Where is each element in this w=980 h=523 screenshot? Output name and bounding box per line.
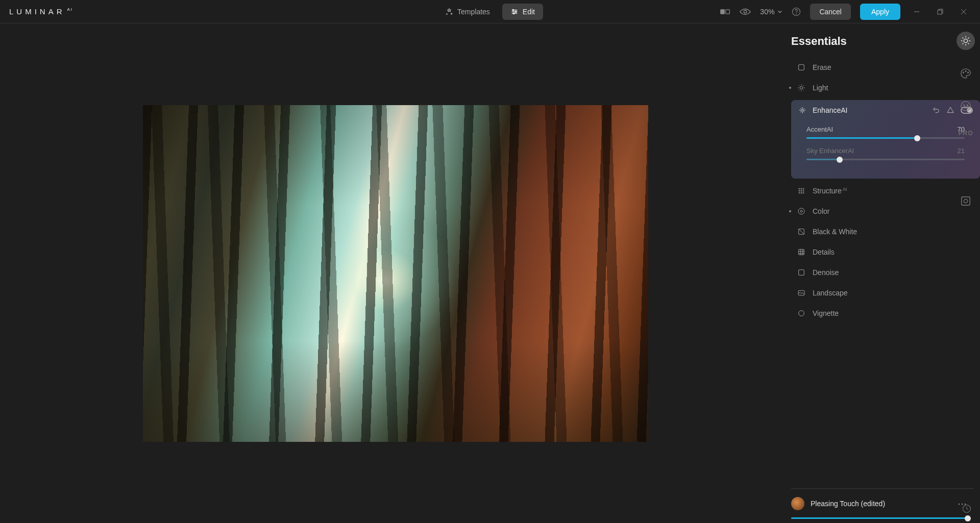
window-minimize[interactable] [910, 7, 924, 17]
svg-line-64 [968, 43, 969, 44]
svg-point-48 [800, 210, 802, 212]
top-right-controls: 30% Cancel Apply [720, 4, 971, 20]
window-close[interactable] [957, 7, 971, 17]
svg-point-42 [801, 190, 802, 191]
svg-line-33 [803, 111, 804, 112]
enhance-icon [798, 106, 806, 114]
history-icon[interactable] [962, 504, 972, 514]
category-rail: PRO [951, 23, 980, 210]
ai-badge: AI [841, 106, 847, 114]
accent-slider[interactable] [806, 137, 965, 139]
tool-label: Vignette [813, 309, 839, 317]
svg-point-12 [796, 13, 797, 14]
cancel-button[interactable]: Cancel [810, 4, 851, 20]
svg-line-63 [963, 38, 964, 39]
tool-label: Landscape [813, 289, 848, 297]
tool-label: Denoise [813, 268, 839, 277]
svg-point-67 [963, 72, 964, 73]
tool-label: Erase [813, 63, 831, 71]
svg-point-38 [799, 188, 800, 189]
bw-icon [797, 228, 805, 236]
tool-label: Color [813, 207, 829, 215]
svg-line-35 [803, 108, 804, 109]
svg-point-70 [961, 102, 970, 111]
apply-button[interactable]: Apply [860, 4, 900, 20]
svg-point-74 [964, 199, 967, 203]
svg-point-58 [964, 39, 967, 42]
accent-label: Accent [806, 126, 827, 133]
logo-ai-badge: AI [67, 7, 74, 12]
eye-icon[interactable] [740, 8, 751, 16]
svg-line-65 [963, 43, 964, 44]
rail-portrait-icon[interactable] [957, 97, 975, 115]
mode-tabs: Templates Edit [437, 4, 543, 20]
svg-rect-9 [726, 9, 730, 13]
svg-line-25 [799, 89, 799, 90]
ai-badge: AI [843, 187, 847, 192]
rail-essentials-icon[interactable] [957, 32, 975, 50]
svg-point-0 [447, 14, 447, 14]
svg-line-32 [800, 108, 801, 109]
modified-dot [789, 210, 791, 212]
sky-slider[interactable] [806, 159, 965, 160]
svg-point-41 [799, 190, 800, 191]
tool-details[interactable]: Details [791, 242, 980, 262]
rail-creative-icon[interactable] [957, 64, 975, 83]
window-maximize[interactable] [933, 7, 947, 17]
svg-point-10 [744, 10, 747, 13]
ai-badge: AI [827, 126, 833, 133]
preset-name[interactable]: Pleasing Touch (edited) [811, 500, 951, 508]
structure-icon [797, 187, 805, 195]
svg-rect-55 [799, 270, 804, 276]
svg-point-18 [800, 86, 802, 89]
templates-tab[interactable]: Templates [437, 4, 498, 20]
svg-line-66 [968, 38, 969, 39]
preset-bar: Pleasing Touch (edited) ⋯ [791, 488, 974, 523]
svg-point-47 [798, 208, 804, 214]
undo-icon[interactable] [932, 106, 940, 114]
sky-slider-thumb[interactable] [837, 157, 843, 163]
tool-denoise[interactable]: Denoise [791, 262, 980, 283]
svg-line-34 [800, 111, 801, 112]
logo-text: LUMINAR [9, 7, 65, 16]
accent-slider-group: AccentAI 70 [806, 126, 965, 139]
tool-bw[interactable]: Black & White [791, 221, 980, 242]
svg-point-27 [801, 109, 803, 111]
top-bar: LUMINARAI Templates Edit 30% [0, 0, 980, 23]
svg-point-39 [801, 188, 802, 189]
svg-point-6 [515, 11, 517, 12]
enhance-label: Enhance [813, 106, 841, 114]
sliders-icon [510, 8, 519, 16]
tool-label: Light [813, 84, 828, 92]
preset-amount-slider[interactable] [791, 517, 968, 519]
svg-point-46 [803, 192, 804, 193]
preset-thumbnail[interactable] [791, 497, 804, 510]
zoom-dropdown[interactable]: 30% [760, 8, 782, 16]
tool-landscape[interactable]: Landscape [791, 283, 980, 303]
help-icon[interactable] [792, 7, 801, 16]
tool-label: Structure [813, 187, 842, 195]
vignette-icon [797, 309, 805, 317]
chevron-down-icon [777, 9, 782, 14]
templates-label: Templates [457, 8, 490, 16]
compare-icon[interactable] [720, 8, 730, 15]
edit-label: Edit [523, 8, 535, 16]
svg-point-43 [803, 190, 804, 191]
preset-slider-thumb[interactable] [965, 515, 971, 521]
svg-line-26 [803, 85, 803, 86]
tool-vignette[interactable]: Vignette [791, 303, 980, 323]
tool-label: Black & White [813, 228, 857, 236]
photo-canvas[interactable] [143, 105, 648, 442]
svg-point-68 [965, 71, 966, 72]
templates-icon [445, 8, 453, 16]
svg-point-72 [967, 105, 968, 106]
modified-dot [789, 87, 791, 89]
svg-point-40 [803, 188, 804, 189]
accent-slider-thumb[interactable] [914, 135, 920, 141]
rail-local-mask-icon[interactable] [957, 192, 975, 210]
rail-pro-label[interactable]: PRO [958, 130, 973, 137]
svg-rect-50 [799, 250, 804, 255]
svg-point-69 [968, 72, 969, 73]
erase-icon [797, 63, 805, 71]
edit-tab[interactable]: Edit [502, 4, 543, 20]
